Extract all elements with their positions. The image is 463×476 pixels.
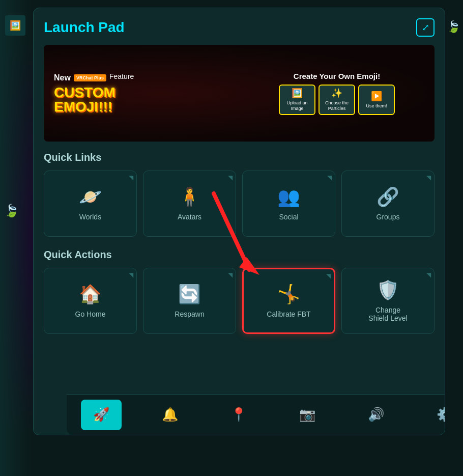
quick-actions-title: Quick Actions — [44, 249, 435, 261]
banner-step-2: ✨ Choose the Particles — [319, 85, 355, 115]
respawn-icon: 🔄 — [178, 284, 201, 305]
banner-right-content: Create Your Own Emoji! 🖼️ Upload an Imag… — [239, 67, 435, 120]
banner-step-1-icon: 🖼️ — [292, 88, 303, 99]
nav-audio[interactable]: 🔊 — [356, 400, 396, 430]
banner-step-3: ▶️ Use them! — [358, 85, 395, 115]
banner-new-row: New VRChat Plus Feature — [54, 72, 229, 83]
banner-left-content: New VRChat Plus Feature CUSTOMEMOJI!!! — [44, 62, 239, 124]
banner-feature-text: Feature — [109, 72, 134, 80]
banner-steps-container: 🖼️ Upload an Image ✨ Choose the Particle… — [244, 85, 429, 115]
shield-icon: 🛡️ — [377, 279, 399, 301]
nav-launchpad[interactable]: 🚀 — [81, 400, 122, 430]
calibrate-fbt-label: Calibrate FBT — [267, 310, 310, 318]
go-home-label: Go Home — [75, 310, 106, 318]
banner-create-title: Create Your Own Emoji! — [244, 72, 429, 80]
quick-actions-grid: ◥ 🏠 Go Home ◥ 🔄 Respawn ◥ 🤸 Calibrate FB… — [44, 268, 435, 334]
quick-link-avatars[interactable]: ◥ 🧍 Avatars — [143, 171, 236, 237]
expand-button[interactable]: ⤢ — [416, 18, 435, 37]
quick-links-grid: ◥ 🪐 Worlds ◥ 🧍 Avatars ◥ 👥 Social ◥ 🔗 Gr… — [44, 171, 435, 237]
quick-action-shield[interactable]: ◥ 🛡️ ChangeShield Level — [341, 268, 435, 334]
bottom-nav: 🚀 🔔 📍 📷 🔊 ⚙️ — [67, 394, 445, 435]
go-home-icon: 🏠 — [79, 284, 102, 305]
corner-deco: ◥ — [228, 174, 233, 181]
banner-step-2-icon: ✨ — [331, 88, 342, 99]
banner-step-2-text: Choose the Particles — [322, 100, 352, 111]
vrc-plus-badge: VRChat Plus — [74, 74, 106, 81]
calibrate-fbt-icon: 🤸 — [277, 284, 300, 305]
nav-notifications[interactable]: 🔔 — [150, 400, 190, 430]
groups-icon: 🔗 — [377, 186, 399, 208]
quick-action-go-home[interactable]: ◥ 🏠 Go Home — [44, 268, 137, 334]
nav-settings[interactable]: ⚙️ — [424, 400, 446, 430]
banner-step-3-icon: ▶️ — [371, 91, 382, 102]
left-top-icon: 🖼️ — [5, 15, 25, 36]
banner-step-3-text: Use them! — [366, 103, 387, 109]
left-decoration: 🖼️ 🍃 — [0, 0, 31, 476]
promo-banner[interactable]: New VRChat Plus Feature CUSTOMEMOJI!!! C… — [44, 45, 435, 142]
quick-link-worlds[interactable]: ◥ 🪐 Worlds — [44, 171, 137, 237]
banner-step-1-text: Upload an Image — [282, 100, 312, 111]
left-mid-icon: 🍃 — [4, 204, 19, 218]
main-panel: Launch Pad ⤢ New VRChat Plus Feature CUS… — [33, 8, 445, 435]
banner-new-text: New — [54, 73, 71, 82]
corner-deco: ◥ — [129, 271, 133, 278]
shield-label: ChangeShield Level — [368, 306, 407, 322]
panel-header: Launch Pad ⤢ — [44, 18, 435, 37]
nav-location[interactable]: 📍 — [218, 400, 259, 430]
corner-deco: ◥ — [327, 174, 332, 181]
social-label: Social — [279, 213, 298, 221]
quick-link-groups[interactable]: ◥ 🔗 Groups — [341, 171, 435, 237]
banner-main-title: CUSTOMEMOJI!!! — [54, 86, 229, 114]
quick-action-respawn[interactable]: ◥ 🔄 Respawn — [143, 268, 236, 334]
corner-deco: ◥ — [326, 272, 331, 279]
respawn-label: Respawn — [175, 310, 204, 318]
quick-link-social[interactable]: ◥ 👥 Social — [242, 171, 335, 237]
corner-deco: ◥ — [426, 271, 431, 278]
social-icon: 👥 — [277, 186, 300, 208]
quick-action-calibrate-fbt[interactable]: ◥ 🤸 Calibrate FBT — [242, 268, 335, 334]
groups-label: Groups — [377, 213, 400, 221]
corner-deco: ◥ — [228, 271, 233, 278]
corner-deco: ◥ — [426, 174, 431, 181]
right-decoration: 🍃 — [447, 20, 460, 34]
corner-deco: ◥ — [129, 174, 133, 181]
worlds-icon: 🪐 — [79, 186, 102, 208]
avatars-label: Avatars — [178, 213, 201, 221]
nav-camera[interactable]: 📷 — [287, 400, 328, 430]
panel-title: Launch Pad — [44, 19, 125, 36]
quick-links-title: Quick Links — [44, 152, 435, 163]
worlds-label: Worlds — [79, 213, 101, 221]
avatars-icon: 🧍 — [178, 186, 201, 208]
banner-step-1: 🖼️ Upload an Image — [279, 85, 315, 115]
